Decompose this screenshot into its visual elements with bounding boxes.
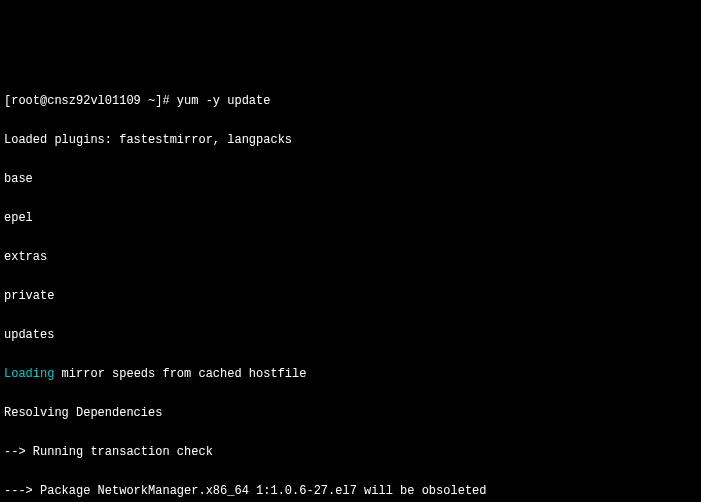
prompt-line: [root@cnsz92vl01109 ~]# yum -y update xyxy=(4,95,697,108)
loading-line: Loading mirror speeds from cached hostfi… xyxy=(4,368,697,381)
output-line: private xyxy=(4,290,697,303)
terminal-window[interactable]: [root@cnsz92vl01109 ~]# yum -y update Lo… xyxy=(0,65,701,502)
output-line: updates xyxy=(4,329,697,342)
output-line: base xyxy=(4,173,697,186)
command-text: yum -y update xyxy=(177,94,271,108)
shell-prompt: [root@cnsz92vl01109 ~]# xyxy=(4,94,177,108)
loading-rest: mirror speeds from cached hostfile xyxy=(54,367,306,381)
output-line: --> Running transaction check xyxy=(4,446,697,459)
output-line: Loaded plugins: fastestmirror, langpacks xyxy=(4,134,697,147)
output-line: epel xyxy=(4,212,697,225)
output-line: extras xyxy=(4,251,697,264)
loading-label: Loading xyxy=(4,367,54,381)
package-line: ---> Package NetworkManager.x86_64 1:1.0… xyxy=(4,485,697,498)
output-line: Resolving Dependencies xyxy=(4,407,697,420)
